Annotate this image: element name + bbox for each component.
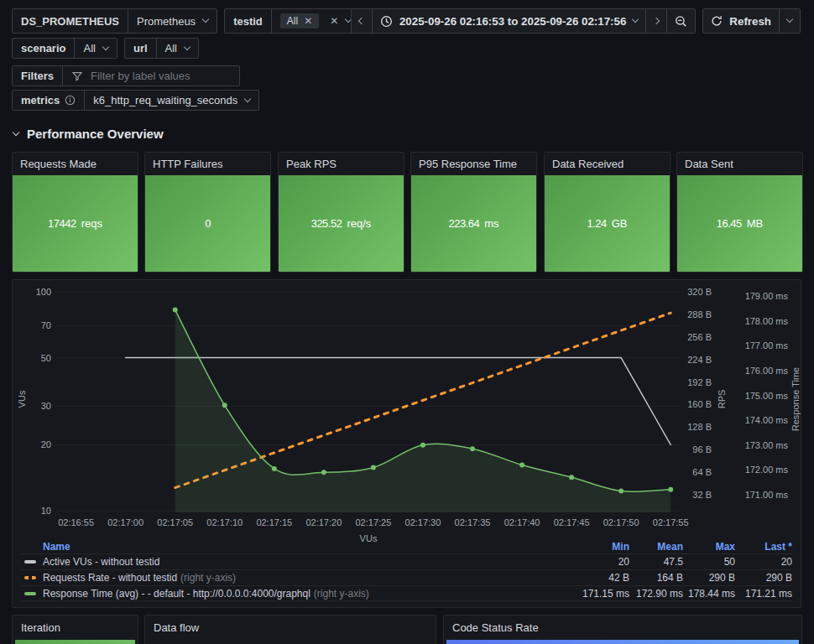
refresh-button[interactable]: Refresh (702, 8, 780, 34)
stat-unit: MB (747, 217, 764, 230)
stat-value: 223.64 (448, 217, 479, 230)
refresh-interval-dropdown[interactable] (779, 8, 801, 34)
panel-title[interactable]: Peak RPS (279, 153, 404, 175)
legend-header-last[interactable]: Last * (735, 541, 792, 553)
legend-header-max[interactable]: Max (683, 541, 735, 553)
legend-row-requests-rate: Requests Rate - without testid (right y-… (21, 569, 792, 585)
filters-row: Filters Filter by label values (12, 65, 247, 86)
legend-row-active-vus: Active VUs - without testid 20 47.5 50 2… (21, 553, 792, 569)
metrics-label: metrics (13, 91, 85, 110)
section-performance-overview[interactable]: Performance Overview (13, 127, 164, 141)
chevron-right-icon (653, 18, 660, 24)
stat-value-area: 223.64ms (411, 175, 536, 272)
stat-panel-data-sent: Data Sent 16.45MB (676, 152, 803, 273)
panel-title[interactable]: HTTP Failures (145, 153, 270, 175)
panel-title[interactable]: P95 Response Time (411, 153, 536, 175)
var-metrics: metrics k6_http_req_waiting_seconds (12, 90, 259, 111)
legend-series-toggle[interactable]: Response Time (avg) - - default - http:/… (21, 588, 577, 600)
legend-min: 42 B (577, 572, 629, 584)
legend-max: 290 B (683, 572, 735, 584)
series-name: Active VUs - without testid (43, 556, 159, 568)
time-shift-forward-button[interactable] (645, 8, 667, 34)
legend-mean: 47.5 (629, 556, 683, 568)
y-axis-left-ticks: 1007050302010 (13, 280, 51, 523)
stat-unit: reqs (81, 217, 102, 230)
chevron-down-icon (786, 16, 793, 23)
panel-title[interactable]: Code Status Rate (444, 615, 801, 639)
var-scenario-select[interactable]: All (75, 39, 116, 58)
time-range-picker[interactable]: 2025-09-26 02:16:53 to 2025-09-26 02:17:… (372, 8, 646, 34)
var-ds-select[interactable]: Prometheus (128, 9, 217, 33)
stat-panel-peak-rps: Peak RPS 325.52req/s (278, 152, 404, 273)
filters-input[interactable]: Filter by label values (63, 66, 239, 86)
legend-max: 50 (683, 556, 735, 568)
iteration-stat-bar (15, 640, 135, 644)
refresh-icon (711, 15, 723, 27)
stat-value: 16.45 (717, 217, 742, 230)
panel-title[interactable]: Data Sent (677, 153, 802, 175)
var-testid-select[interactable]: All ✕ ✕ (272, 9, 359, 33)
chevron-left-icon (358, 18, 365, 24)
pill-close-icon[interactable]: ✕ (304, 16, 312, 26)
legend-header-mean[interactable]: Mean (629, 541, 683, 553)
collapse-chevron-icon (13, 128, 19, 135)
testid-pill-value: All (287, 15, 298, 27)
legend-series-toggle[interactable]: Requests Rate - without testid (right y-… (21, 572, 577, 584)
var-url-select[interactable]: All (157, 39, 198, 58)
var-ds-label: DS_PROMETHEUS (13, 9, 128, 33)
y-axis-label-response-time: Response Time (791, 367, 801, 431)
metrics-select[interactable]: k6_http_req_waiting_seconds (85, 91, 258, 110)
panel-title[interactable]: Iteration (13, 615, 138, 639)
panel-title[interactable]: Data Received (545, 153, 670, 175)
legend-header-name[interactable]: Name (21, 541, 577, 553)
metrics-value: k6_http_req_waiting_seconds (93, 94, 237, 106)
var-ds-prometheus: DS_PROMETHEUS Prometheus (12, 8, 217, 34)
var-scenario-value: All (83, 42, 95, 55)
stat-unit: ms (484, 217, 498, 230)
zoom-out-time-button[interactable] (666, 8, 696, 34)
stat-value: 1.24 (587, 217, 606, 230)
y-axis-rps-ticks: 320 B288 B256 B224 B192 B160 B128 B96 B6… (675, 280, 712, 523)
panel-title[interactable]: Requests Made (13, 153, 138, 175)
stat-panel-data-received: Data Received 1.24GB (544, 152, 671, 273)
panel-code-status-rate: Code Status Rate (443, 615, 802, 644)
chevron-down-icon (244, 95, 251, 101)
stat-unit: GB (612, 217, 628, 230)
legend-header-min[interactable]: Min (577, 541, 629, 553)
legend-min: 20 (577, 556, 629, 568)
testid-pill-all[interactable]: All ✕ (280, 13, 319, 29)
stat-value: 0 (205, 217, 211, 230)
panel-data-flow: Data flow (144, 615, 436, 644)
legend-row-response-time: Response Time (avg) - - default - http:/… (21, 585, 792, 601)
variables-row-1: DS_PROMETHEUS Prometheus testid All ✕ ✕ (12, 8, 367, 34)
stat-panel-p95-response-time: P95 Response Time 223.64ms (410, 152, 537, 273)
filters-label: Filters (13, 66, 63, 86)
series-axis-note: (right y-axis) (314, 588, 369, 600)
stat-unit: req/s (347, 217, 371, 230)
legend-table: Name Min Mean Max Last * Active VUs - wi… (21, 539, 792, 601)
panel-title[interactable]: Data flow (145, 615, 436, 639)
legend-last: 171.21 ms (735, 588, 792, 600)
var-testid: testid All ✕ ✕ (224, 8, 360, 34)
adhoc-filters: Filters Filter by label values (12, 65, 240, 86)
zoom-out-icon (675, 15, 687, 28)
legend-last: 290 B (735, 572, 792, 584)
chevron-down-icon (184, 43, 190, 49)
time-shift-back-button[interactable] (351, 8, 373, 34)
clock-icon (380, 15, 393, 28)
x-axis-ticks: 02:16:5502:17:0002:17:0502:17:1002:17:15… (13, 517, 801, 529)
var-scenario-label: scenario (13, 39, 75, 58)
var-ds-value: Prometheus (137, 15, 196, 28)
timeseries-plot[interactable] (56, 286, 681, 512)
var-testid-label: testid (225, 9, 272, 33)
legend-max: 178.44 ms (683, 588, 735, 600)
series-swatch (24, 592, 36, 595)
series-swatch (24, 560, 36, 564)
y-axis-label-rps: RPS (717, 390, 727, 409)
series-name: Response Time (avg) - - default - http:/… (43, 588, 310, 600)
var-url-value: All (165, 42, 177, 55)
time-controls: 2025-09-26 02:16:53 to 2025-09-26 02:17:… (351, 8, 801, 34)
stat-panel-http-failures: HTTP Failures 0 (144, 152, 271, 273)
legend-series-toggle[interactable]: Active VUs - without testid (21, 556, 577, 568)
clear-all-icon[interactable]: ✕ (330, 16, 338, 26)
